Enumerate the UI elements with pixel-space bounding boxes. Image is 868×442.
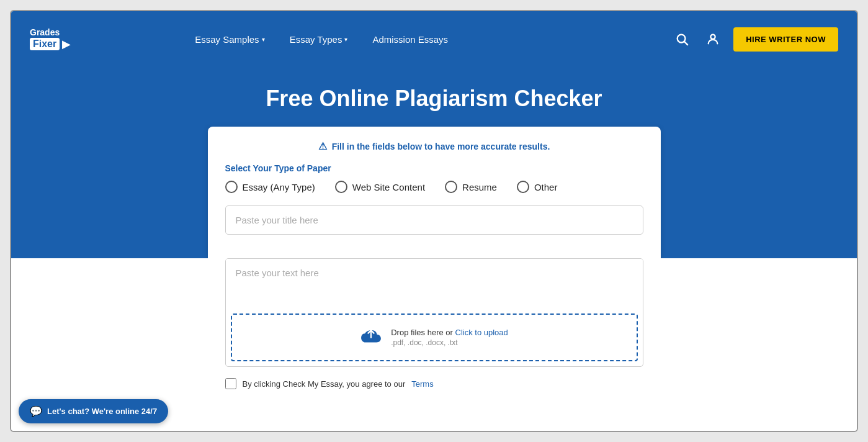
- file-upload-zone[interactable]: Drop files here or Click to upload .pdf,…: [231, 313, 638, 361]
- radio-website-circle: [335, 181, 347, 193]
- terms-link[interactable]: Terms: [411, 379, 433, 389]
- nav-admission-essays[interactable]: Admission Essays: [372, 34, 448, 45]
- header: Grades Fixer ▶ Essay Samples ▾ Essay Typ…: [11, 11, 857, 67]
- plagiarism-card-top: ⚠ Fill in the fields below to have more …: [208, 127, 661, 258]
- logo[interactable]: Grades Fixer ▶: [30, 27, 71, 52]
- svg-line-1: [684, 42, 687, 45]
- logo-arrow-icon: ▶: [62, 37, 71, 51]
- nav-essay-types[interactable]: Essay Types ▾: [290, 34, 348, 45]
- text-upload-area: Drop files here or Click to upload .pdf,…: [225, 258, 643, 367]
- upload-formats-text: .pdf, .doc, .docx, .txt: [391, 338, 508, 347]
- logo-fixer-text: Fixer: [30, 38, 60, 50]
- title-input[interactable]: [225, 205, 643, 235]
- radio-other[interactable]: Other: [517, 181, 558, 193]
- upload-text-block: Drop files here or Click to upload .pdf,…: [391, 328, 508, 347]
- radio-essay[interactable]: Essay (Any Type): [225, 181, 315, 193]
- notice-warning-icon: ⚠: [318, 140, 327, 152]
- radio-essay-circle: [225, 181, 238, 193]
- radio-resume[interactable]: Resume: [445, 181, 497, 193]
- hero-section: Free Online Plagiarism Checker ⚠ Fill in…: [11, 67, 857, 258]
- radio-website-label: Web Site Content: [352, 182, 425, 192]
- nav-essay-samples[interactable]: Essay Samples ▾: [195, 34, 264, 45]
- svg-point-2: [711, 35, 715, 39]
- user-account-button[interactable]: [702, 29, 723, 50]
- chat-widget[interactable]: 💬 Let's chat? We're online 24/7: [19, 399, 168, 423]
- radio-essay-label: Essay (Any Type): [243, 182, 315, 192]
- search-button[interactable]: [671, 29, 692, 50]
- upload-cloud-icon: [360, 326, 382, 349]
- essay-samples-arrow-icon: ▾: [262, 36, 265, 43]
- chat-icon: 💬: [30, 405, 42, 417]
- radio-other-circle: [517, 181, 529, 193]
- radio-resume-circle: [445, 181, 457, 193]
- hire-writer-button[interactable]: HIRE WRITER NOW: [733, 27, 838, 52]
- terms-row: By clicking Check My Essay, you agree to…: [225, 378, 643, 389]
- essay-types-arrow-icon: ▾: [344, 36, 347, 43]
- main-nav: Essay Samples ▾ Essay Types ▾ Admission …: [195, 34, 653, 45]
- upload-instruction: Drop files here or Click to upload: [391, 328, 508, 337]
- notice-text: Fill in the fields below to have more ac…: [332, 142, 550, 151]
- logo-grades-text: Grades: [30, 27, 71, 38]
- radio-other-label: Other: [534, 182, 558, 192]
- radio-website[interactable]: Web Site Content: [335, 181, 425, 193]
- radio-resume-label: Resume: [462, 182, 497, 192]
- hero-title: Free Online Plagiarism Checker: [30, 86, 838, 112]
- paper-type-label: Select Your Type of Paper: [225, 163, 643, 173]
- plagiarism-card-bottom: Drop files here or Click to upload .pdf,…: [208, 258, 661, 418]
- paper-type-radio-group: Essay (Any Type) Web Site Content Resume…: [225, 181, 643, 193]
- chat-label: Let's chat? We're online 24/7: [47, 407, 157, 416]
- notice-banner: ⚠ Fill in the fields below to have more …: [225, 140, 643, 152]
- terms-checkbox[interactable]: [225, 378, 236, 389]
- upload-click-link[interactable]: Click to upload: [455, 328, 508, 337]
- text-input[interactable]: [226, 259, 643, 309]
- header-actions: HIRE WRITER NOW: [671, 27, 838, 52]
- terms-text: By clicking Check My Essay, you agree to…: [243, 379, 406, 389]
